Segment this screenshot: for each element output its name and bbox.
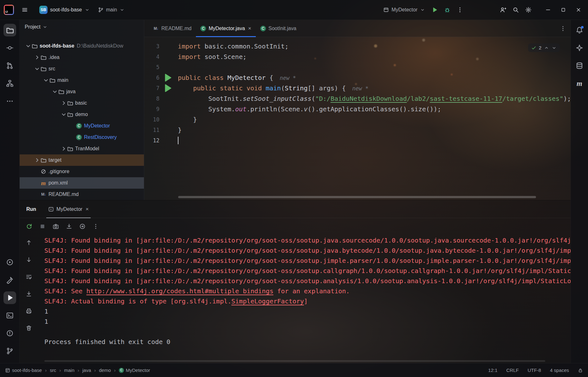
- code-token: setSoot_inputClass: [243, 95, 312, 102]
- readonly-lock-button[interactable]: [578, 368, 583, 373]
- import-button[interactable]: [63, 221, 75, 232]
- console-link[interactable]: SimpleLoggerFactory: [231, 297, 304, 305]
- chevron-down-icon[interactable]: [60, 111, 67, 118]
- code-text: public static void main(String[] args) {…: [173, 84, 369, 92]
- tree-item-idea[interactable]: .idea: [20, 52, 144, 63]
- print-button[interactable]: [23, 306, 34, 316]
- breadcrumb-soot-ifds-base[interactable]: soot-ifds-base: [5, 367, 42, 373]
- project-widget[interactable]: SB soot-ifds-base: [36, 4, 93, 16]
- breadcrumb-separator: ›: [78, 367, 79, 373]
- tree-item-target[interactable]: target: [20, 154, 144, 166]
- console-horizontal-scrollbar[interactable]: [44, 360, 545, 362]
- problems-tool-button[interactable]: [3, 327, 16, 340]
- run-line-icon[interactable]: [162, 83, 173, 94]
- breadcrumb-main[interactable]: main: [64, 367, 74, 373]
- attach-button[interactable]: [77, 221, 88, 232]
- editor-tabs-more-button[interactable]: [560, 25, 566, 32]
- previous-problem-icon[interactable]: [544, 45, 549, 50]
- soft-wrap-button[interactable]: [23, 271, 34, 282]
- main-menu-button[interactable]: [18, 3, 31, 16]
- console-link[interactable]: http://www.slf4j.org/codes.html#multiple…: [86, 287, 273, 295]
- tree-item-basic[interactable]: basic: [20, 97, 144, 109]
- tree-item-demo[interactable]: demo: [20, 109, 144, 120]
- project-panel-header[interactable]: Project: [20, 20, 144, 34]
- terminal-tool-button[interactable]: [3, 309, 16, 322]
- editor-tab-readme-md[interactable]: M↓README.md: [149, 20, 196, 37]
- chevron-right-icon[interactable]: [60, 145, 67, 152]
- run-configuration-widget[interactable]: MyDetector: [380, 4, 428, 16]
- chevron-down-icon[interactable]: [34, 65, 41, 72]
- chevron-down-icon[interactable]: [42, 77, 49, 84]
- breadcrumb-java[interactable]: java: [82, 367, 91, 373]
- chevron-down-icon[interactable]: [51, 88, 58, 95]
- search-everywhere-button[interactable]: [509, 3, 522, 16]
- close-tab-icon[interactable]: ×: [248, 25, 251, 32]
- more-actions-button[interactable]: [454, 3, 466, 16]
- tree-item-main[interactable]: main: [20, 75, 144, 86]
- run-button[interactable]: [428, 3, 441, 16]
- console-output[interactable]: SLF4J: Found binding in [jar:file:/D:/.m…: [38, 235, 571, 363]
- structure-tool-button[interactable]: [3, 77, 16, 90]
- close-button[interactable]: [571, 0, 586, 20]
- run-tab[interactable]: MyDetector ×: [44, 200, 93, 218]
- rerun-button[interactable]: [23, 221, 35, 232]
- tree-item-src[interactable]: src: [20, 63, 144, 75]
- folder-tool-button[interactable]: [3, 24, 16, 36]
- maximize-icon: [561, 7, 566, 12]
- arrow-up-button[interactable]: [23, 237, 34, 248]
- maven-tool-button[interactable]: m: [573, 77, 586, 90]
- tree-item-gitignore[interactable]: .gitignore: [20, 166, 144, 177]
- debug-button[interactable]: [441, 3, 454, 16]
- commit-tool-button[interactable]: [3, 42, 16, 54]
- caret-position-widget[interactable]: 12:1: [488, 367, 497, 373]
- next-problem-icon[interactable]: [552, 45, 557, 50]
- tree-item-soot-ifds-base[interactable]: soot-ifds-baseD:\BaiduNetdiskDow: [20, 40, 144, 52]
- code-editor[interactable]: 3import basic.common.SootInit;4import so…: [144, 37, 571, 200]
- tree-item-tranmodel[interactable]: TranModel: [20, 143, 144, 154]
- console-line: 1: [44, 316, 571, 327]
- code-line: 8 SootInit.setSoot_inputClass("D:/BaiduN…: [144, 93, 571, 104]
- ai-assistant-tool-button[interactable]: [573, 42, 586, 54]
- services-tool-button[interactable]: [3, 256, 16, 269]
- camera-button[interactable]: [50, 221, 61, 232]
- breadcrumb-demo[interactable]: demo: [99, 367, 111, 373]
- notifications-tool-button[interactable]: [573, 24, 586, 36]
- code-with-me-button[interactable]: [497, 3, 509, 16]
- trash-button[interactable]: [23, 323, 34, 334]
- editor-tab-sootinit-java[interactable]: CSootInit.java: [256, 20, 301, 37]
- chevron-down-icon[interactable]: [25, 42, 32, 49]
- maximize-button[interactable]: [556, 0, 571, 20]
- scroll-end-button[interactable]: [23, 289, 34, 299]
- more-horizontal-icon: [6, 97, 14, 105]
- more-vertical-button[interactable]: [90, 221, 101, 232]
- minimize-button[interactable]: [540, 0, 556, 20]
- tree-item-readme-md[interactable]: M↓README.md: [20, 189, 144, 200]
- breadcrumb-src[interactable]: src: [50, 367, 56, 373]
- branch-widget[interactable]: main: [95, 4, 128, 16]
- inspections-widget[interactable]: 2: [528, 43, 560, 52]
- chevron-right-icon[interactable]: [34, 157, 41, 164]
- arrow-down-button[interactable]: [23, 254, 34, 265]
- settings-button[interactable]: [522, 3, 535, 16]
- tree-item-java[interactable]: java: [20, 86, 144, 97]
- editor-horizontal-scrollbar[interactable]: [178, 196, 536, 198]
- breadcrumb-mydetector[interactable]: CMyDetector: [119, 367, 150, 373]
- close-run-tab-icon[interactable]: ×: [86, 206, 89, 212]
- more-horizontal-tool-button[interactable]: [3, 95, 16, 107]
- run-tool-button[interactable]: [3, 291, 16, 304]
- pull-request-tool-button[interactable]: [3, 59, 16, 72]
- stop-button[interactable]: [37, 221, 48, 232]
- git-branch-tool-button[interactable]: [3, 345, 16, 357]
- line-ending-widget[interactable]: CRLF: [506, 367, 519, 373]
- tree-item-mydetector[interactable]: CMyDetector: [20, 120, 144, 132]
- encoding-widget[interactable]: UTF-8: [527, 367, 541, 373]
- tree-item-pom-xml[interactable]: mpom.xml: [20, 177, 144, 189]
- editor-tab-mydetector-java[interactable]: CMyDetector.java×: [196, 20, 256, 37]
- tree-item-restdiscovery[interactable]: CRestDiscovery: [20, 132, 144, 143]
- database-tool-button[interactable]: [573, 59, 586, 72]
- chevron-right-icon[interactable]: [34, 54, 41, 61]
- indent-widget[interactable]: 4 spaces: [550, 367, 569, 373]
- build-tool-button[interactable]: [3, 274, 16, 286]
- run-line-icon[interactable]: [162, 72, 173, 83]
- chevron-right-icon[interactable]: [60, 100, 67, 107]
